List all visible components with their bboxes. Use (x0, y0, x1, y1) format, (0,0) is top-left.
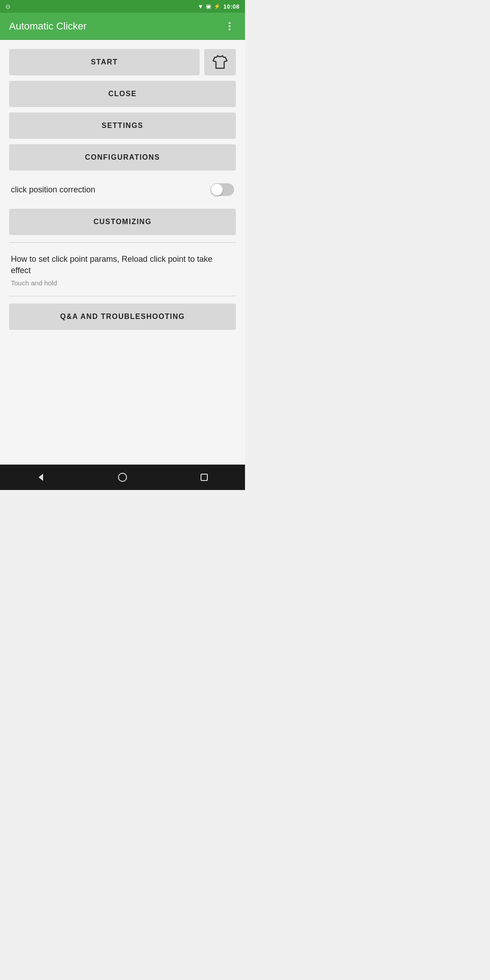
more-options-button[interactable] (223, 20, 236, 33)
wifi-icon: ▼ (197, 3, 203, 10)
status-time: 10:08 (223, 3, 240, 10)
status-bar-right: ▼ ▣ ⚡ 10:08 (197, 3, 240, 10)
menu-dot-3 (229, 29, 230, 30)
toggle-knob (211, 184, 223, 196)
qa-row: Q&A AND TROUBLESHOOTING (9, 304, 236, 330)
customizing-row: CUSTOMIZING (9, 209, 236, 235)
status-bar: ⊙ ▼ ▣ ⚡ 10:08 (0, 0, 245, 13)
configurations-row: CONFIGURATIONS (9, 144, 236, 171)
divider-2 (9, 296, 236, 296)
menu-dot-2 (229, 25, 230, 27)
info-title: How to set click point params, Reload cl… (11, 254, 234, 276)
shirt-icon (212, 54, 228, 71)
close-button[interactable]: CLOSE (9, 81, 236, 107)
toggle-label: click position correction (11, 185, 95, 195)
configurations-button[interactable]: CONFIGURATIONS (9, 144, 236, 171)
customizing-button[interactable]: CUSTOMIZING (9, 209, 236, 235)
recents-button[interactable] (193, 468, 216, 486)
start-button[interactable]: START (9, 49, 200, 75)
signal-icon: ▣ (206, 3, 211, 10)
home-button[interactable] (111, 468, 134, 486)
main-content: START CLOSE SETTINGS CONFIGURATIONS clic… (0, 40, 245, 465)
battery-icon: ⚡ (214, 3, 220, 10)
nav-bar (0, 465, 245, 490)
app-bar: Automatic Clicker (0, 13, 245, 40)
app-status-icon: ⊙ (5, 3, 10, 10)
svg-rect-2 (201, 474, 207, 480)
toggle-row: click position correction (9, 176, 236, 203)
close-row: CLOSE (9, 81, 236, 107)
back-button[interactable] (29, 468, 52, 486)
position-correction-toggle[interactable] (211, 183, 234, 196)
settings-row: SETTINGS (9, 113, 236, 139)
qa-button[interactable]: Q&A AND TROUBLESHOOTING (9, 304, 236, 330)
status-bar-left: ⊙ (5, 3, 10, 10)
info-section: How to set click point params, Reload cl… (9, 250, 236, 294)
menu-dot-1 (229, 22, 230, 24)
settings-button[interactable]: SETTINGS (9, 113, 236, 139)
divider-1 (9, 242, 236, 243)
shirt-icon-button[interactable] (204, 49, 236, 75)
app-bar-title: Automatic Clicker (9, 20, 87, 32)
info-subtitle: Touch and hold (11, 279, 234, 287)
start-row: START (9, 49, 236, 75)
svg-point-1 (118, 473, 127, 481)
svg-marker-0 (39, 474, 43, 481)
